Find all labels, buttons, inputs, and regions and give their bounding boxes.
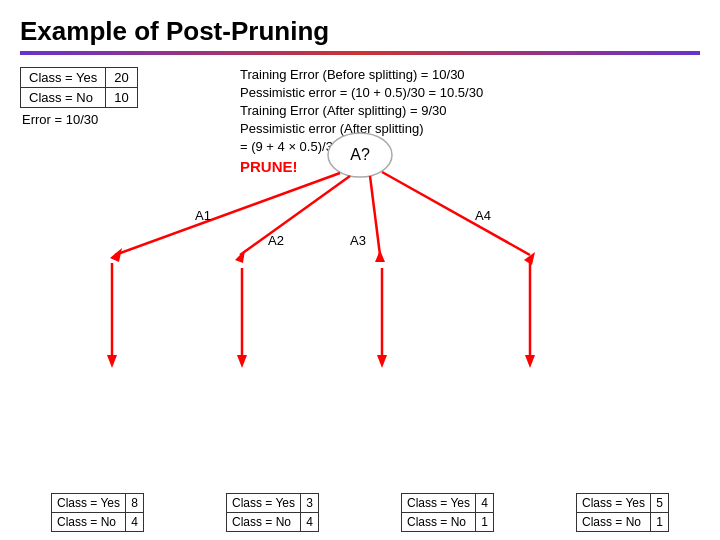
- leaf4-yes-val: 5: [651, 494, 669, 513]
- svg-text:A?: A?: [350, 146, 370, 163]
- svg-marker-5: [235, 250, 245, 263]
- leaf2-no-label: Class = No: [226, 513, 300, 532]
- svg-marker-19: [377, 355, 387, 368]
- leaf3-yes-label: Class = Yes: [401, 494, 475, 513]
- leaf2-yes-val: 3: [301, 494, 319, 513]
- table-row: Class = No 1: [401, 513, 493, 532]
- leaf2-yes-label: Class = Yes: [226, 494, 300, 513]
- svg-marker-21: [525, 355, 535, 368]
- leaf1-yes-val: 8: [126, 494, 144, 513]
- svg-marker-15: [107, 355, 117, 368]
- leaf4-no-val: 1: [651, 513, 669, 532]
- table-row: Class = Yes 20: [21, 68, 138, 88]
- leaf1-no-label: Class = No: [51, 513, 125, 532]
- class-yes-value: 20: [106, 68, 137, 88]
- svg-marker-7: [375, 250, 385, 262]
- table-row: Class = No 4: [51, 513, 143, 532]
- table-row: Class = Yes 4: [401, 494, 493, 513]
- svg-marker-3: [110, 248, 122, 262]
- class-yes-label: Class = Yes: [21, 68, 106, 88]
- svg-text:A1: A1: [195, 208, 211, 223]
- leaf-table-2-wrapper: Class = Yes 3 Class = No 4: [226, 493, 319, 532]
- leaf3-no-val: 1: [476, 513, 494, 532]
- leaf-table-1-wrapper: Class = Yes 8 Class = No 4: [51, 493, 144, 532]
- leaf-table-3: Class = Yes 4 Class = No 1: [401, 493, 494, 532]
- table-row: Class = Yes 5: [576, 494, 668, 513]
- leaf-table-4-wrapper: Class = Yes 5 Class = No 1: [576, 493, 669, 532]
- svg-line-8: [382, 172, 530, 255]
- leaf-table-2: Class = Yes 3 Class = No 4: [226, 493, 319, 532]
- svg-text:A3: A3: [350, 233, 366, 248]
- leaf3-no-label: Class = No: [401, 513, 475, 532]
- svg-text:A4: A4: [475, 208, 491, 223]
- svg-line-6: [370, 176, 380, 255]
- leaf4-yes-label: Class = Yes: [576, 494, 650, 513]
- leaf-table-1: Class = Yes 8 Class = No 4: [51, 493, 144, 532]
- svg-text:A2: A2: [268, 233, 284, 248]
- tree-diagram: A? A1 A2 A3 A4: [0, 100, 720, 410]
- leaf-table-3-wrapper: Class = Yes 4 Class = No 1: [401, 493, 494, 532]
- leaf1-yes-label: Class = Yes: [51, 494, 125, 513]
- leaf-tables: Class = Yes 8 Class = No 4 Class = Yes 3…: [10, 493, 710, 532]
- table-row: Class = No 4: [226, 513, 318, 532]
- leaf2-no-val: 4: [301, 513, 319, 532]
- table-row: Class = No 1: [576, 513, 668, 532]
- info-line-2: Pessimistic error = (10 + 0.5)/30 = 10.5…: [240, 85, 700, 100]
- page: Example of Post-Pruning Class = Yes 20 C…: [0, 0, 720, 540]
- title-underline: [20, 51, 700, 55]
- info-line-1: Training Error (Before splitting) = 10/3…: [240, 67, 700, 82]
- svg-line-2: [115, 173, 340, 255]
- page-title: Example of Post-Pruning: [20, 16, 700, 47]
- leaf1-no-val: 4: [126, 513, 144, 532]
- svg-line-4: [240, 176, 350, 255]
- table-row: Class = Yes 8: [51, 494, 143, 513]
- leaf4-no-label: Class = No: [576, 513, 650, 532]
- leaf3-yes-val: 4: [476, 494, 494, 513]
- leaf-table-4: Class = Yes 5 Class = No 1: [576, 493, 669, 532]
- table-row: Class = Yes 3: [226, 494, 318, 513]
- svg-marker-17: [237, 355, 247, 368]
